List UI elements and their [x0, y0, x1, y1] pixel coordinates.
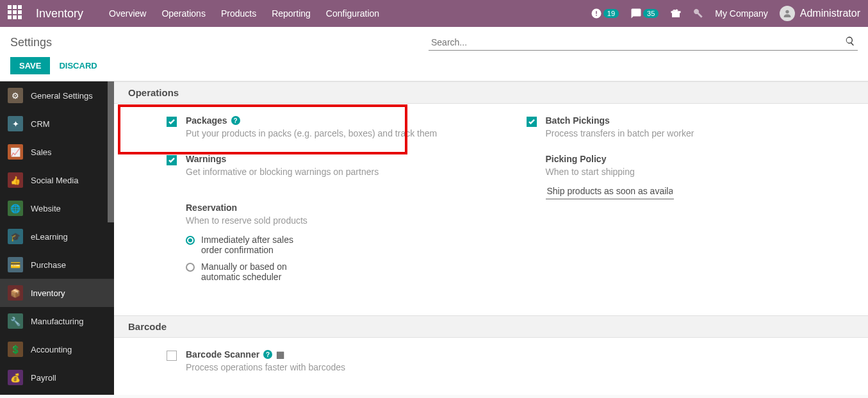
barcode-desc: Process operations faster with barcodes — [186, 362, 345, 372]
help-icon[interactable]: ? — [231, 116, 240, 125]
batch-checkbox[interactable] — [527, 117, 537, 127]
sidebar-item-sales[interactable]: 📈Sales — [0, 138, 114, 166]
nav-overview[interactable]: Overview — [109, 8, 146, 19]
sidebar-item-manufacturing[interactable]: 🔧Manufacturing — [0, 307, 114, 335]
sidebar-item-social-media[interactable]: 👍Social Media — [0, 166, 114, 194]
radio-label: Manually or based on automatic scheduler — [201, 261, 316, 282]
app-title[interactable]: Inventory — [36, 7, 83, 21]
nav-reporting[interactable]: Reporting — [272, 8, 311, 19]
main: ⚙General Settings ✦CRM 📈Sales 👍Social Me… — [0, 81, 868, 395]
settings-sidebar: ⚙General Settings ✦CRM 📈Sales 👍Social Me… — [0, 81, 114, 395]
section-operations-header: Operations — [114, 81, 868, 104]
sidebar-label: eLearning — [31, 232, 68, 242]
warnings-checkbox[interactable] — [167, 155, 177, 165]
radio-label: Immediately after sales order confirmati… — [201, 235, 316, 255]
apps-icon[interactable] — [8, 5, 24, 22]
user-name: Administrator — [800, 8, 860, 19]
sidebar-item-crm[interactable]: ✦CRM — [0, 110, 114, 138]
sidebar-item-payroll[interactable]: 💰Payroll — [0, 363, 114, 392]
warnings-desc: Get informative or blocking warnings on … — [186, 167, 379, 177]
batch-desc: Process transfers in batch per worker — [546, 128, 694, 138]
avatar — [780, 6, 795, 21]
setting-warnings: Warnings Get informative or blocking war… — [167, 154, 501, 177]
discard-button[interactable]: DISCARD — [59, 61, 97, 70]
activities-icon[interactable]: 19 — [591, 8, 619, 19]
setting-reservation: Reservation When to reserve sold product… — [167, 203, 501, 288]
barcode-checkbox[interactable] — [167, 351, 177, 361]
setting-batch-pickings: Batch Pickings Process transfers in batc… — [527, 115, 861, 138]
nav-configuration[interactable]: Configuration — [326, 8, 379, 19]
messages-icon[interactable]: 35 — [630, 8, 659, 19]
barcode-icon: ▦ — [276, 349, 284, 360]
sidebar-label: Website — [31, 204, 61, 213]
barcode-title: Barcode Scanner — [186, 349, 259, 360]
picking-policy-select[interactable] — [546, 183, 674, 199]
sidebar-item-general-settings[interactable]: ⚙General Settings — [0, 81, 114, 110]
reservation-option-immediate[interactable]: Immediately after sales order confirmati… — [186, 235, 316, 255]
nav-right: 19 35 My Company Administrator — [591, 6, 860, 21]
control-bar: Settings SAVE DISCARD — [0, 27, 868, 81]
nav-items: Overview Operations Products Reporting C… — [109, 8, 379, 19]
search-box — [429, 35, 858, 51]
sidebar-item-purchase[interactable]: 💳Purchase — [0, 251, 114, 279]
nav-operations[interactable]: Operations — [161, 8, 205, 19]
wrench-icon[interactable] — [693, 8, 703, 19]
packages-desc: Put your products in packs (e.g. parcels… — [186, 128, 437, 138]
sidebar-label: Inventory — [31, 288, 65, 298]
picking-desc: When to start shipping — [546, 167, 674, 177]
settings-content: Operations Packages? Put your products i… — [114, 81, 868, 395]
svg-point-0 — [785, 10, 789, 13]
activities-badge: 19 — [603, 9, 619, 18]
sidebar-item-website[interactable]: 🌐Website — [0, 194, 114, 222]
picking-title: Picking Policy — [546, 154, 607, 164]
search-icon[interactable] — [845, 36, 855, 49]
reservation-title: Reservation — [186, 203, 237, 213]
reservation-desc: When to reserve sold products — [186, 215, 316, 226]
radio-manual[interactable] — [186, 263, 195, 272]
search-input[interactable] — [429, 35, 858, 51]
help-icon[interactable]: ? — [263, 350, 272, 359]
messages-badge: 35 — [643, 9, 659, 18]
sidebar-item-project[interactable]: 🧩Project — [0, 392, 114, 395]
page-title: Settings — [10, 36, 52, 49]
reservation-option-manual[interactable]: Manually or based on automatic scheduler — [186, 261, 316, 282]
warnings-title: Warnings — [186, 154, 226, 164]
packages-title: Packages — [186, 115, 227, 126]
top-nav: Inventory Overview Operations Products R… — [0, 0, 868, 27]
save-button[interactable]: SAVE — [10, 57, 50, 74]
company-selector[interactable]: My Company — [715, 8, 767, 19]
sidebar-label: General Settings — [31, 91, 93, 101]
sidebar-label: Purchase — [31, 260, 66, 270]
sidebar-label: Manufacturing — [31, 317, 83, 326]
batch-title: Batch Pickings — [546, 115, 610, 126]
sidebar-label: Sales — [31, 147, 52, 157]
nav-products[interactable]: Products — [221, 8, 256, 19]
section-barcode-header: Barcode — [114, 315, 868, 338]
setting-packages: Packages? Put your products in packs (e.… — [167, 115, 501, 138]
sidebar-label: CRM — [31, 119, 50, 129]
sidebar-label: Accounting — [31, 345, 72, 354]
sidebar-label: Payroll — [31, 373, 56, 383]
sidebar-scrollbar[interactable] — [108, 81, 114, 222]
user-menu[interactable]: Administrator — [780, 6, 860, 21]
gift-icon[interactable] — [670, 8, 682, 19]
packages-checkbox[interactable] — [167, 117, 177, 127]
sidebar-item-accounting[interactable]: 💲Accounting — [0, 335, 114, 363]
sidebar-label: Social Media — [31, 176, 78, 185]
radio-immediate[interactable] — [186, 236, 195, 245]
sidebar-item-inventory[interactable]: 📦Inventory — [0, 279, 114, 307]
setting-barcode-scanner: Barcode Scanner ? ▦ Process operations f… — [167, 349, 501, 372]
sidebar-item-elearning[interactable]: 🎓eLearning — [0, 222, 114, 251]
setting-picking-policy: Picking Policy When to start shipping — [527, 154, 861, 199]
